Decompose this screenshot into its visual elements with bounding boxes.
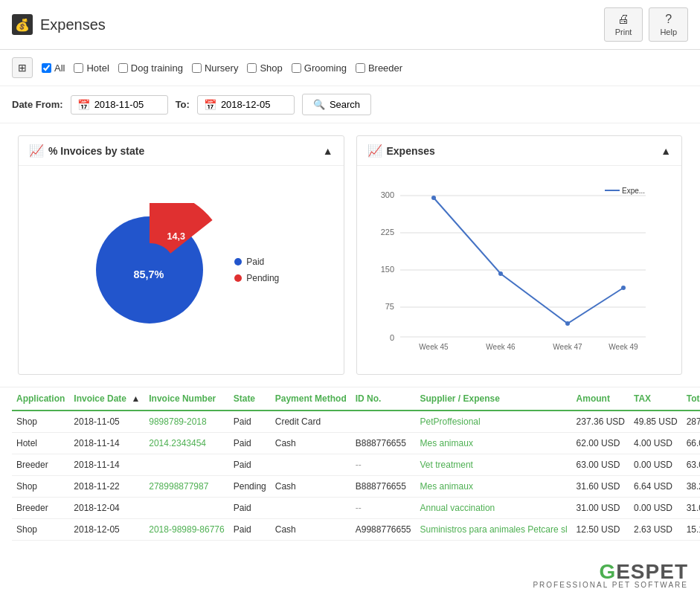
pie-chart-collapse-icon[interactable]: ▲ <box>323 145 333 157</box>
cell-invoice-number: 278998877987 <box>144 476 228 498</box>
legend-pending-dot <box>234 274 242 282</box>
table-head: Application Invoice Date ▲ Invoice Numbe… <box>12 387 700 411</box>
print-label: Print <box>615 28 632 36</box>
cell-supplier: Vet treatment <box>416 454 572 476</box>
date-from-label: Date From: <box>12 99 63 110</box>
print-button[interactable]: 🖨 Print <box>604 7 643 42</box>
line-chart-svg: 300 225 150 75 0 Week 45 W <box>378 184 661 355</box>
y-label-0: 0 <box>390 333 394 342</box>
cell-amount: 63.00 USD <box>572 454 629 476</box>
supplier-link[interactable]: Vet treatment <box>420 460 473 470</box>
y-label-300: 300 <box>380 190 394 199</box>
cell-payment-method <box>271 498 351 519</box>
footer: GESPET PROFESSIONAL PET SOFTWARE <box>0 553 700 589</box>
help-button[interactable]: ? Help <box>649 7 688 42</box>
header-left: 💰 Expenses <box>12 14 106 35</box>
line-chart-collapse-icon[interactable]: ▲ <box>661 145 671 157</box>
filter-dog-training[interactable]: Dog training <box>118 62 183 74</box>
col-application: Application <box>12 387 69 411</box>
date-to-input[interactable] <box>221 99 288 110</box>
cell-id-no <box>351 411 416 433</box>
grid-view-button[interactable]: ⊞ <box>12 57 33 78</box>
supplier-link[interactable]: Annual vaccination <box>420 503 495 513</box>
supplier-link[interactable]: Mes animaux <box>420 438 473 448</box>
filter-shop-checkbox[interactable] <box>247 63 257 73</box>
supplier-link[interactable]: Suministros para animales Petcare sl <box>420 524 568 535</box>
cell-id-no: B888776655 <box>351 433 416 454</box>
legend-paid-dot <box>234 258 242 265</box>
data-point-w49 <box>621 286 626 290</box>
pie-chart-content: 85,7% 14,3 Paid Pending <box>19 166 344 374</box>
filter-all[interactable]: All <box>42 62 65 74</box>
cell-payment-method: Cash <box>271 476 351 498</box>
line-chart-title: Expenses <box>387 145 435 157</box>
cell-application: Breeder <box>12 498 69 519</box>
x-label-w45: Week 45 <box>419 343 449 351</box>
cell-application: Shop <box>12 411 69 433</box>
id-dash: -- <box>356 460 362 470</box>
col-id-no: ID No. <box>351 387 416 411</box>
header-buttons: 🖨 Print ? Help <box>604 7 688 42</box>
calendar-from-icon: 📅 <box>77 99 90 111</box>
filter-hotel[interactable]: Hotel <box>74 62 109 74</box>
y-label-75: 75 <box>385 302 394 311</box>
cell-state: Paid <box>229 433 271 454</box>
id-no-value: A9988776655 <box>356 524 411 535</box>
invoice-link[interactable]: 2018-98989-86776 <box>149 524 224 535</box>
cell-supplier: PetProffesional <box>416 411 572 433</box>
cell-supplier: Mes animaux <box>416 433 572 454</box>
legend-pending: Pending <box>234 273 279 283</box>
cell-invoice-number: 2014.2343454 <box>144 433 228 454</box>
date-to-label: To: <box>176 99 190 110</box>
date-bar: Date From: 📅 To: 📅 🔍 Search <box>0 86 700 123</box>
invoice-link[interactable]: 9898789-2018 <box>149 416 206 427</box>
filter-grooming[interactable]: Grooming <box>292 62 347 74</box>
filter-breeder[interactable]: Breeder <box>356 62 402 74</box>
data-point-w46 <box>498 271 503 276</box>
trend-icon-pie: 📈 <box>29 144 44 158</box>
date-from-input[interactable] <box>94 99 161 110</box>
supplier-link[interactable]: Mes animaux <box>420 481 473 492</box>
filter-breeder-checkbox[interactable] <box>356 63 365 73</box>
cell-tax: 4.00 USD <box>629 433 682 454</box>
filter-shop[interactable]: Shop <box>247 62 282 74</box>
col-supplier: Supplier / Expense <box>416 387 572 411</box>
cell-total: 38.24 USD <box>682 476 700 498</box>
cell-invoice-number: 9898789-2018 <box>144 411 228 433</box>
invoice-link[interactable]: 278998877987 <box>149 481 208 492</box>
table-row: Hotel 2018-11-14 2014.2343454 Paid Cash … <box>12 433 700 454</box>
pie-pending-pct-label: 14,3 <box>167 231 186 242</box>
table-row: Breeder 2018-12-04 Paid -- Annual vaccin… <box>12 498 700 519</box>
cell-application: Shop <box>12 519 69 541</box>
trend-icon-line: 📈 <box>367 144 382 158</box>
cell-tax: 6.64 USD <box>629 476 682 498</box>
filter-nursery-checkbox[interactable] <box>192 63 202 73</box>
col-invoice-date[interactable]: Invoice Date ▲ <box>69 387 144 411</box>
filter-nursery[interactable]: Nursery <box>192 62 239 74</box>
pie-chart-title: % Invoices by state <box>48 145 144 157</box>
legend-paid-label: Paid <box>246 257 264 267</box>
filter-all-checkbox[interactable] <box>42 63 51 73</box>
legend-pending-label: Pending <box>246 273 279 283</box>
id-dash: -- <box>356 503 362 513</box>
cell-tax: 0.00 USD <box>629 454 682 476</box>
cell-invoice-date: 2018-11-05 <box>69 411 144 433</box>
line-chart-header: 📈 Expenses ▲ <box>357 136 682 166</box>
cell-supplier: Annual vaccination <box>416 498 572 519</box>
filter-dog-training-checkbox[interactable] <box>118 63 128 73</box>
charts-area: 📈 % Invoices by state ▲ 85,7% 14,3 <box>0 123 700 387</box>
cell-payment-method <box>271 454 351 476</box>
page-title: Expenses <box>40 16 106 33</box>
invoice-link[interactable]: 2014.2343454 <box>149 438 206 448</box>
calendar-to-icon: 📅 <box>204 99 216 111</box>
cell-amount: 31.60 USD <box>572 476 629 498</box>
supplier-link[interactable]: PetProffesional <box>420 416 481 427</box>
filter-grooming-checkbox[interactable] <box>292 63 301 73</box>
filter-hotel-checkbox[interactable] <box>74 63 83 73</box>
cell-payment-method: Cash <box>271 433 351 454</box>
cell-state: Paid <box>229 498 271 519</box>
filter-bar: ⊞ All Hotel Dog training Nursery Shop Gr… <box>0 50 700 86</box>
cell-application: Hotel <box>12 433 69 454</box>
search-button[interactable]: 🔍 Search <box>302 94 371 115</box>
table-row: Shop 2018-11-22 278998877987 Pending Cas… <box>12 476 700 498</box>
